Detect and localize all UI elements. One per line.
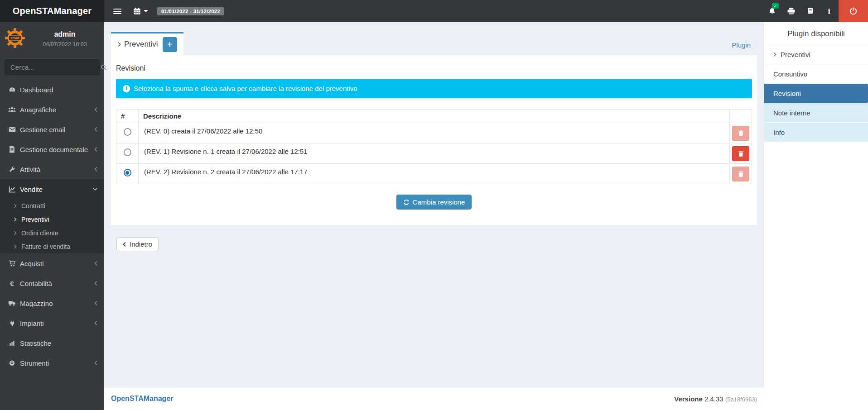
tab-bar: Preventivi + Plugin [111, 32, 757, 55]
sidebar-item-contabilita[interactable]: € Contabilità [0, 273, 104, 293]
plugin-item-note-interne[interactable]: Note interne [764, 103, 868, 123]
back-button[interactable]: Indietro [116, 237, 159, 251]
plugin-item-consuntivo[interactable]: Consuntivo [764, 64, 868, 84]
sidebar-item-statistiche[interactable]: Statistiche [0, 333, 104, 353]
logout-button[interactable] [839, 0, 868, 22]
sidebar-item-attivita[interactable]: Attività [0, 159, 104, 179]
revisions-box: Revisioni i Seleziona la spunta e clicca… [111, 55, 757, 225]
svg-text:OSM: OSM [10, 36, 19, 40]
footer-version: Versione 2.4.33 (5a18f6963) [674, 395, 757, 403]
top-header: OpenSTAManager 01/01/2022 - 31/12/2022 ✓ [0, 0, 868, 22]
sidebar-item-fatture-di-vendita[interactable]: Fatture di vendita [0, 240, 104, 253]
openstamanager-app: OpenSTAManager 01/01/2022 - 31/12/2022 ✓ [0, 0, 868, 410]
footer-brand-link[interactable]: OpenSTAManager [111, 395, 174, 403]
sidebar-item-preventivi[interactable]: Preventivi [0, 213, 104, 226]
sidebar-group-vendite: Vendite Contratti Preventivi Ordini clie… [0, 179, 104, 253]
date-range-picker-button[interactable] [133, 7, 148, 15]
tab-preventivi[interactable]: Preventivi + [111, 32, 183, 55]
sidebar-item-anagrafiche[interactable]: Anagrafiche [0, 100, 104, 119]
book-icon [806, 7, 814, 15]
sidebar-menu: Dashboard Anagrafiche Gestione email Ges… [0, 80, 104, 373]
delete-revision-button[interactable] [732, 126, 749, 141]
section-title: Revisioni [116, 64, 752, 72]
sidebar-item-gestione-email[interactable]: Gestione email [0, 119, 104, 139]
plugin-item-info[interactable]: Info [764, 123, 868, 142]
tab-label: Preventivi [124, 40, 158, 49]
info-icon: i [828, 7, 830, 15]
dashboard-icon [8, 86, 16, 93]
document-icon [8, 146, 16, 153]
chevron-right-icon [14, 244, 17, 249]
column-header-description: Descrizione [139, 110, 730, 123]
chevron-right-icon [773, 52, 776, 57]
delete-revision-button[interactable] [732, 167, 749, 181]
chevron-left-icon [123, 242, 126, 247]
column-header-actions [730, 110, 752, 123]
chevron-left-icon [94, 107, 98, 112]
gear-icon [8, 360, 16, 367]
chevron-down-icon [92, 187, 98, 191]
revision-radio-0[interactable] [124, 128, 131, 136]
sidebar-item-impianti[interactable]: Impianti [0, 313, 104, 333]
trash-icon [738, 130, 744, 137]
manual-button[interactable] [800, 0, 820, 22]
revision-radio-1[interactable] [124, 148, 131, 156]
search-icon[interactable] [101, 64, 107, 71]
delete-revision-button[interactable] [732, 146, 749, 161]
table-row: (REV. 0) creata il 27/06/2022 alle 12:50 [116, 123, 752, 143]
add-preventivo-button[interactable]: + [163, 37, 177, 52]
sidebar-item-ordini-cliente[interactable]: Ordini cliente [0, 226, 104, 240]
table-row: (REV. 1) Revisione n. 1 creata il 27/06/… [116, 143, 752, 164]
sidebar-item-strumenti[interactable]: Strumenti [0, 353, 104, 373]
sidebar-search[interactable] [5, 59, 100, 75]
vendite-submenu: Contratti Preventivi Ordini cliente Fatt… [0, 199, 104, 253]
date-range-badge[interactable]: 01/01/2022 - 31/12/2022 [157, 7, 224, 15]
sidebar-item-gestione-documentale[interactable]: Gestione documentale [0, 139, 104, 159]
search-input[interactable] [10, 63, 101, 71]
sidebar-item-contratti[interactable]: Contratti [0, 199, 104, 213]
sidebar-item-dashboard[interactable]: Dashboard [0, 80, 104, 100]
info-circle-icon: i [123, 85, 130, 92]
chevron-left-icon [94, 167, 98, 172]
euro-icon: € [8, 280, 16, 287]
notifications-button[interactable]: ✓ [762, 0, 781, 22]
plugins-panel: Plugin disponibili Preventivi Consuntivo… [764, 22, 868, 410]
cart-icon [8, 260, 16, 267]
main-content: Preventivi + Plugin Revisioni i Selezion… [104, 22, 764, 410]
footer: OpenSTAManager Versione 2.4.33 (5a18f696… [104, 387, 764, 410]
sidebar-item-vendite[interactable]: Vendite [0, 179, 104, 199]
chevron-left-icon [94, 360, 98, 366]
chevron-right-icon [14, 217, 17, 222]
sidebar-item-magazzino[interactable]: Magazzino [0, 293, 104, 313]
print-button[interactable] [781, 0, 800, 22]
trash-icon [738, 150, 744, 157]
caret-down-icon [144, 10, 148, 12]
user-datetime: 04/07/2022 18:03 [30, 41, 100, 48]
top-navbar: 01/01/2022 - 31/12/2022 ✓ i [104, 0, 868, 22]
chevron-left-icon [94, 127, 98, 132]
app-logo[interactable]: OpenSTAManager [0, 0, 104, 22]
trash-icon [738, 171, 744, 177]
alert-text: Seleziona la spunta e clicca salva per c… [134, 85, 357, 92]
plugin-link[interactable]: Plugin [732, 41, 751, 49]
plugin-item-revisioni[interactable]: Revisioni [764, 84, 868, 103]
plugin-item-preventivi[interactable]: Preventivi [764, 45, 868, 64]
users-icon [8, 106, 16, 113]
chevron-left-icon [94, 281, 98, 286]
sidebar-toggle-button[interactable] [113, 7, 121, 15]
info-button[interactable]: i [820, 0, 839, 22]
revisions-table: # Descrizione (REV. 0) creata il 27/06/2… [116, 109, 752, 184]
revision-description: (REV. 0) creata il 27/06/2022 alle 12:50 [139, 123, 730, 143]
info-alert: i Seleziona la spunta e clicca salva per… [116, 79, 752, 98]
revision-radio-2[interactable] [124, 169, 131, 176]
chevron-left-icon [94, 320, 98, 326]
calendar-icon [133, 7, 141, 15]
revision-description: (REV. 2) Revisione n. 2 creata il 27/06/… [139, 164, 730, 184]
change-revision-button[interactable]: Cambia revisione [396, 195, 472, 210]
truck-icon [8, 300, 16, 306]
sidebar-item-acquisti[interactable]: Acquisti [0, 253, 104, 273]
printer-icon [787, 7, 795, 15]
chevron-left-icon [94, 300, 98, 306]
chevron-right-icon [117, 42, 121, 47]
email-icon [8, 127, 16, 133]
